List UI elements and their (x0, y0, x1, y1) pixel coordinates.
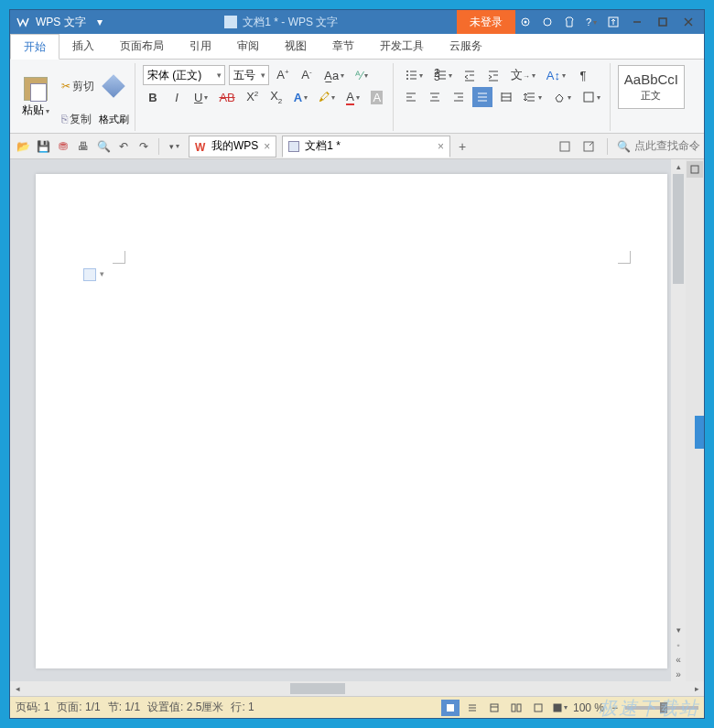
save-button[interactable]: 💾 (34, 137, 52, 156)
login-button[interactable]: 未登录 (457, 10, 515, 34)
print-button[interactable]: 🖶 (74, 137, 92, 156)
view-outline[interactable] (463, 700, 481, 716)
view-more[interactable] (551, 700, 569, 716)
paragraph-options-dd[interactable]: ▾ (100, 269, 104, 278)
view-reading[interactable] (507, 700, 525, 716)
strikethrough-button[interactable]: AB (215, 87, 238, 107)
page[interactable]: ▾ (36, 174, 667, 668)
hscroll-track[interactable] (25, 681, 689, 696)
paste-button[interactable]: 粘贴 (17, 75, 54, 119)
view-toggle-2[interactable] (579, 137, 598, 156)
redo-button[interactable]: ↷ (135, 137, 153, 156)
hscroll-thumb[interactable] (290, 683, 345, 694)
show-marks-button[interactable]: ¶ (573, 65, 593, 85)
align-right-button[interactable] (449, 87, 469, 107)
title-action-1[interactable] (515, 12, 536, 32)
align-center-button[interactable] (425, 87, 445, 107)
print-preview-button[interactable]: 🔍 (94, 137, 113, 156)
skin-button[interactable] (559, 12, 579, 32)
decrease-indent-button[interactable] (460, 65, 480, 85)
tab-chapter[interactable]: 章节 (319, 34, 367, 59)
paragraph-options-icon[interactable] (83, 268, 96, 281)
shrink-font-button[interactable]: A- (297, 65, 317, 85)
view-draft[interactable] (529, 700, 547, 716)
scroll-right-button[interactable]: ▸ (689, 684, 704, 693)
cut-button[interactable]: ✂剪切 (58, 76, 98, 96)
help-dropdown[interactable]: ? (581, 12, 601, 32)
font-family-select[interactable]: 宋体 (正文) (143, 65, 225, 85)
status-section[interactable]: 节: 1/1 (108, 700, 140, 715)
tab-home[interactable]: 开始 (10, 34, 60, 60)
qa-customize[interactable]: ▾ (165, 137, 183, 156)
undo-button[interactable]: ↶ (114, 137, 133, 156)
increase-indent-button[interactable] (483, 65, 503, 85)
open-button[interactable]: 📂 (14, 137, 32, 156)
status-setting[interactable]: 设置值: 2.5厘米 (147, 700, 223, 715)
clear-format-button[interactable]: ᴬ⁄ (352, 65, 372, 85)
zoom-knob[interactable] (660, 702, 667, 713)
upload-button[interactable] (603, 12, 623, 32)
grow-font-button[interactable]: A+ (273, 65, 293, 85)
char-shading-button[interactable]: A (367, 87, 387, 107)
align-left-button[interactable] (401, 87, 421, 107)
underline-button[interactable]: U (190, 87, 211, 107)
doc-tab-doc1[interactable]: 文档1 * × (282, 136, 450, 158)
change-case-button[interactable]: A̲a (320, 65, 348, 85)
qsave-alt-button[interactable]: ⛃ (54, 137, 72, 156)
zoom-level[interactable]: 100 % (573, 701, 604, 714)
italic-button[interactable]: I (167, 87, 187, 107)
scroll-target-icon[interactable]: ◦ (671, 637, 686, 652)
tab-devtools[interactable]: 开发工具 (367, 34, 437, 59)
maximize-button[interactable] (651, 12, 675, 32)
align-justify-button[interactable] (472, 87, 492, 107)
line-spacing-button[interactable] (520, 87, 546, 107)
format-painter-big[interactable] (102, 65, 125, 107)
scroll-left-button[interactable]: ◂ (10, 684, 25, 693)
rail-button-1[interactable] (687, 161, 703, 178)
close-tab-icon[interactable]: × (264, 140, 270, 153)
doc-tab-mywps[interactable]: W 我的WPS × (189, 136, 276, 158)
line-spacing-button-top[interactable]: A↕ (543, 65, 569, 85)
title-action-2[interactable] (537, 12, 557, 32)
text-effects-button[interactable]: A (290, 87, 311, 107)
horizontal-scrollbar[interactable]: ◂ ▸ (10, 681, 704, 696)
numbering-button[interactable]: 123 (430, 65, 456, 85)
new-tab-button[interactable]: + (452, 139, 472, 154)
tab-cloud[interactable]: 云服务 (437, 34, 495, 59)
vertical-scrollbar[interactable]: ▴ ▾ ◦ « » (671, 159, 686, 681)
highlight-button[interactable]: 🖍 (315, 87, 339, 107)
tab-references[interactable]: 引用 (177, 34, 224, 59)
tab-insert[interactable]: 插入 (60, 34, 107, 59)
scroll-down-button[interactable]: ▾ (671, 623, 686, 637)
align-distribute-button[interactable] (496, 87, 516, 107)
bullets-button[interactable] (401, 65, 427, 85)
copy-button[interactable]: ⎘复制 (58, 109, 95, 129)
app-menu-dropdown[interactable]: ▾ (93, 16, 106, 28)
shading-button[interactable] (549, 87, 575, 107)
font-color-button[interactable]: A (342, 87, 363, 107)
format-painter-label[interactable]: 格式刷 (99, 113, 129, 126)
scroll-up-button[interactable]: ▴ (671, 159, 686, 174)
subscript-button[interactable]: X2 (266, 87, 287, 107)
document-canvas[interactable]: ▾ (10, 159, 671, 681)
side-panel-toggle[interactable] (695, 416, 704, 449)
bold-button[interactable]: B (143, 87, 163, 107)
font-size-select[interactable]: 五号 (229, 65, 269, 85)
prev-page-button[interactable]: « (671, 652, 686, 667)
zoom-out-button[interactable]: − (608, 701, 622, 714)
search-commands[interactable]: 🔍 点此查找命令 (617, 138, 700, 154)
tab-view[interactable]: 视图 (272, 34, 319, 59)
tab-review[interactable]: 审阅 (224, 34, 272, 59)
status-page[interactable]: 页面: 1/1 (57, 700, 100, 715)
style-normal[interactable]: AaBbCcI 正文 (618, 65, 685, 109)
superscript-button[interactable]: X2 (243, 87, 263, 107)
view-print-layout[interactable] (441, 700, 460, 716)
scroll-thumb[interactable] (673, 174, 684, 284)
status-page-code[interactable]: 页码: 1 (16, 700, 49, 715)
status-line[interactable]: 行: 1 (231, 700, 254, 715)
view-toggle-1[interactable] (556, 137, 574, 156)
view-web[interactable] (485, 700, 503, 716)
borders-button[interactable] (579, 87, 604, 107)
tab-page-layout[interactable]: 页面布局 (107, 34, 177, 59)
close-tab-icon[interactable]: × (346, 140, 444, 153)
